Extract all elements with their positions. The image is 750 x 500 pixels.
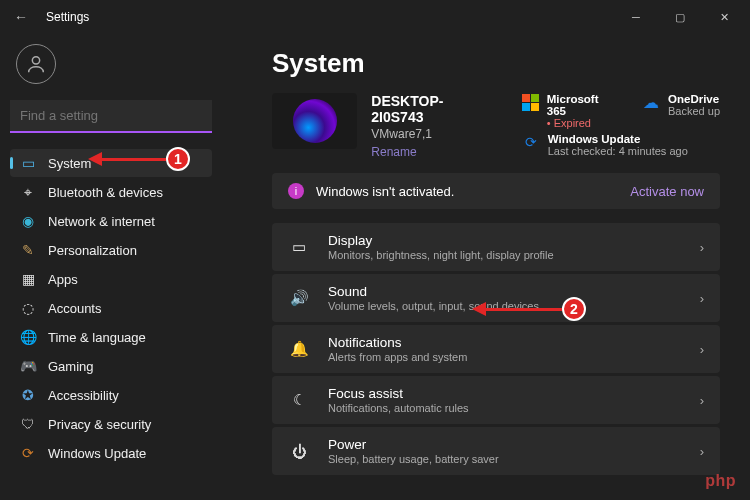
sidebar-item-accessibility[interactable]: ✪ Accessibility	[10, 381, 212, 409]
search-input[interactable]	[10, 100, 212, 133]
apps-icon: ▦	[20, 271, 36, 287]
row-power[interactable]: ⏻ PowerSleep, battery usage, battery sav…	[272, 427, 720, 475]
bell-icon: 🔔	[288, 340, 310, 358]
status-update[interactable]: ⟳ Windows UpdateLast checked: 4 minutes …	[522, 133, 720, 159]
row-desc: Sleep, battery usage, battery saver	[328, 453, 499, 465]
nav-list: ▭ System ⌖ Bluetooth & devices ◉ Network…	[10, 149, 212, 467]
minimize-button[interactable]: ─	[614, 2, 658, 32]
sidebar-item-system[interactable]: ▭ System	[10, 149, 212, 177]
activation-banner[interactable]: i Windows isn't activated. Activate now	[272, 173, 720, 209]
sidebar-item-gaming[interactable]: 🎮 Gaming	[10, 352, 212, 380]
network-icon: ◉	[20, 213, 36, 229]
row-desc: Volume levels, output, input, sound devi…	[328, 300, 539, 312]
sidebar-item-label: Privacy & security	[48, 417, 151, 432]
desktop-thumb-icon	[272, 93, 357, 149]
app-title: Settings	[46, 10, 89, 24]
microsoft-logo-icon	[522, 93, 539, 111]
row-desc: Monitors, brightness, night light, displ…	[328, 249, 554, 261]
status-title: OneDrive	[668, 93, 720, 105]
user-avatar[interactable]	[16, 44, 56, 84]
row-focus[interactable]: ☾ Focus assistNotifications, automatic r…	[272, 376, 720, 424]
status-onedrive[interactable]: ☁ OneDriveBacked up	[642, 93, 720, 131]
sidebar-item-label: Bluetooth & devices	[48, 185, 163, 200]
gaming-icon: 🎮	[20, 358, 36, 374]
sidebar-item-label: Network & internet	[48, 214, 155, 229]
row-title: Sound	[328, 284, 539, 299]
sidebar-item-personalization[interactable]: ✎ Personalization	[10, 236, 212, 264]
focus-icon: ☾	[288, 391, 310, 409]
sidebar: ▭ System ⌖ Bluetooth & devices ◉ Network…	[0, 34, 222, 500]
back-button[interactable]: ←	[14, 9, 30, 25]
main-content: System DESKTOP-2I0S743 VMware7,1 Rename …	[222, 34, 750, 500]
sidebar-item-label: Time & language	[48, 330, 146, 345]
device-model: VMware7,1	[371, 127, 491, 141]
display-icon: ▭	[288, 238, 310, 256]
info-icon: i	[288, 183, 304, 199]
rename-link[interactable]: Rename	[371, 145, 491, 159]
row-title: Power	[328, 437, 499, 452]
row-sound[interactable]: 🔊 SoundVolume levels, output, input, sou…	[272, 274, 720, 322]
sidebar-item-update[interactable]: ⟳ Windows Update	[10, 439, 212, 467]
sidebar-item-label: Accounts	[48, 301, 101, 316]
row-title: Notifications	[328, 335, 467, 350]
sidebar-item-time[interactable]: 🌐 Time & language	[10, 323, 212, 351]
sidebar-item-label: Gaming	[48, 359, 94, 374]
sidebar-item-bluetooth[interactable]: ⌖ Bluetooth & devices	[10, 178, 212, 206]
row-title: Focus assist	[328, 386, 469, 401]
sidebar-item-privacy[interactable]: 🛡 Privacy & security	[10, 410, 212, 438]
accounts-icon: ◌	[20, 300, 36, 316]
sound-icon: 🔊	[288, 289, 310, 307]
chevron-right-icon: ›	[700, 291, 704, 306]
chevron-right-icon: ›	[700, 444, 704, 459]
privacy-icon: 🛡	[20, 416, 36, 432]
sidebar-item-label: Windows Update	[48, 446, 146, 461]
status-m365[interactable]: Microsoft 365• Expired	[522, 93, 616, 131]
update-icon: ⟳	[20, 445, 36, 461]
maximize-button[interactable]: ▢	[658, 2, 702, 32]
banner-text: Windows isn't activated.	[316, 184, 454, 199]
device-name: DESKTOP-2I0S743	[371, 93, 491, 125]
status-sub: Last checked: 4 minutes ago	[548, 145, 688, 157]
close-button[interactable]: ✕	[702, 2, 746, 32]
time-icon: 🌐	[20, 329, 36, 345]
page-title: System	[272, 48, 720, 79]
sidebar-item-accounts[interactable]: ◌ Accounts	[10, 294, 212, 322]
status-title: Windows Update	[548, 133, 688, 145]
system-icon: ▭	[20, 155, 36, 171]
row-desc: Notifications, automatic rules	[328, 402, 469, 414]
chevron-right-icon: ›	[700, 393, 704, 408]
chevron-right-icon: ›	[700, 342, 704, 357]
sidebar-item-label: System	[48, 156, 91, 171]
sidebar-item-label: Accessibility	[48, 388, 119, 403]
power-icon: ⏻	[288, 443, 310, 460]
chevron-right-icon: ›	[700, 240, 704, 255]
accessibility-icon: ✪	[20, 387, 36, 403]
cloud-icon: ☁	[642, 93, 660, 111]
status-sub: • Expired	[547, 117, 616, 129]
watermark: php	[705, 472, 736, 490]
activate-link[interactable]: Activate now	[630, 184, 704, 199]
titlebar: ← Settings ─ ▢ ✕	[0, 0, 750, 34]
sync-icon: ⟳	[522, 133, 540, 151]
sidebar-item-label: Apps	[48, 272, 78, 287]
status-title: Microsoft 365	[547, 93, 616, 117]
row-desc: Alerts from apps and system	[328, 351, 467, 363]
bluetooth-icon: ⌖	[20, 184, 36, 200]
sidebar-item-label: Personalization	[48, 243, 137, 258]
sidebar-item-apps[interactable]: ▦ Apps	[10, 265, 212, 293]
row-display[interactable]: ▭ DisplayMonitors, brightness, night lig…	[272, 223, 720, 271]
row-notifications[interactable]: 🔔 NotificationsAlerts from apps and syst…	[272, 325, 720, 373]
sidebar-item-network[interactable]: ◉ Network & internet	[10, 207, 212, 235]
status-sub: Backed up	[668, 105, 720, 117]
svg-point-0	[32, 57, 39, 64]
personalization-icon: ✎	[20, 242, 36, 258]
row-title: Display	[328, 233, 554, 248]
device-header: DESKTOP-2I0S743 VMware7,1 Rename Microso…	[272, 93, 720, 159]
